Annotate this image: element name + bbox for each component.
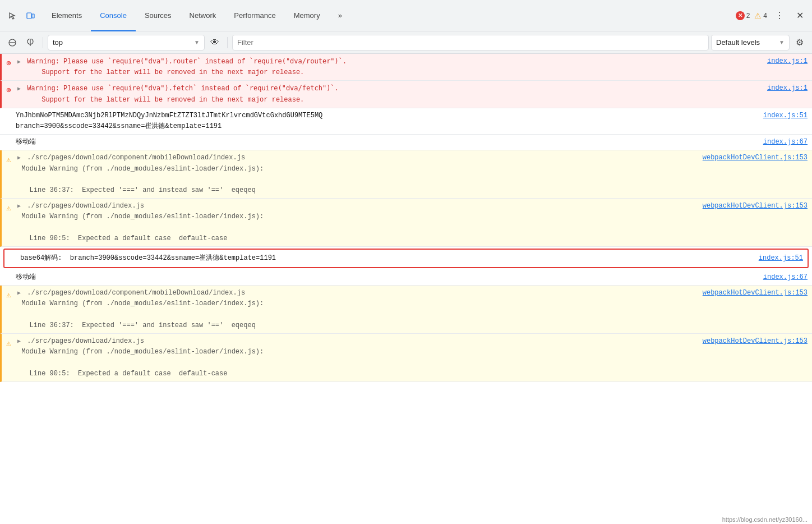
clear-console-icon[interactable]: [4, 35, 20, 50]
filter-icon[interactable]: [22, 35, 38, 50]
tab-performance[interactable]: Performance: [225, 0, 284, 31]
row-source-1[interactable]: index.js:1: [767, 56, 808, 67]
row-content-3: YnJhbmNoPTM5MDAmc3Njb2RlPTMzNDQyJnNzbmFt…: [16, 111, 759, 132]
svg-rect-1: [32, 14, 34, 18]
console-row-info-1: YnJhbmNoPTM5MDAmc3Njb2RlPTMzNDQyJnNzbmFt…: [0, 108, 812, 135]
nav-right: ✕ 2 ⚠ 4 ⋮ ✕: [736, 8, 808, 24]
expand-arrow-1[interactable]: ▶: [17, 59, 21, 65]
expand-arrow-2[interactable]: ▶: [17, 86, 21, 92]
console-row-warning-4: ⚠ ▶ ./src/pages/download/index.js Module…: [0, 334, 812, 382]
tab-network[interactable]: Network: [181, 0, 225, 31]
highlighted-icon: [9, 253, 20, 254]
warning-icon-3: ⚠: [6, 288, 17, 301]
status-bar: https://blog.csdn.net/yz30160...: [718, 515, 812, 524]
close-devtools-icon[interactable]: ✕: [792, 8, 808, 24]
row-content-4: 移动端: [16, 137, 759, 148]
warning-icon-4: ⚠: [6, 336, 17, 350]
row-source-7[interactable]: index.js:51: [759, 253, 803, 264]
row-source-5[interactable]: webpackHotDevClient.js:153: [703, 153, 808, 163]
console-row-error-1: ⊗ ▶ Warning: Please use `require("dva").…: [0, 54, 812, 81]
context-dropdown-icon: ▼: [194, 39, 200, 45]
svg-rect-0: [27, 13, 31, 19]
toolbar-divider-2: [227, 37, 228, 48]
row-content-6: ▶ ./src/pages/download/index.js Module W…: [17, 201, 698, 244]
error-badge: ✕ 2: [736, 11, 750, 20]
expand-arrow-6[interactable]: ▶: [17, 203, 21, 209]
filter-input[interactable]: [232, 35, 709, 50]
select-element-icon[interactable]: [4, 8, 20, 24]
row-source-8[interactable]: index.js:67: [763, 272, 808, 283]
tab-elements[interactable]: Elements: [43, 0, 91, 31]
row-source-4[interactable]: index.js:67: [763, 137, 808, 148]
error-icon-1: ⊗: [6, 56, 17, 70]
info-icon-2: [4, 137, 16, 138]
tab-more[interactable]: »: [329, 0, 351, 31]
row-content-5: ▶ ./src/pages/download/component/mobileD…: [17, 153, 698, 196]
row-source-3[interactable]: index.js:51: [763, 111, 808, 121]
levels-dropdown-icon: ▼: [779, 39, 785, 45]
expand-arrow-9[interactable]: ▶: [17, 290, 21, 296]
console-row-info-2: 移动端 index.js:67: [0, 135, 812, 150]
warning-badge: ⚠ 4: [754, 11, 767, 20]
console-row-warning-2: ⚠ ▶ ./src/pages/download/index.js Module…: [0, 199, 812, 247]
toolbar-right: ⚙: [792, 35, 808, 50]
row-content-8: 移动端: [16, 272, 759, 283]
top-nav: Elements Console Sources Network Perform…: [0, 0, 812, 31]
device-toolbar-icon[interactable]: [22, 8, 38, 24]
row-content-7: base64解码: branch=3900&sscode=33442&ssnam…: [20, 253, 754, 264]
tab-memory[interactable]: Memory: [285, 0, 329, 31]
console-output: ⊗ ▶ Warning: Please use `require("dva").…: [0, 54, 812, 382]
error-icon-2: ⊗: [6, 83, 17, 96]
error-circle-icon: ✕: [736, 11, 745, 20]
row-source-2[interactable]: index.js:1: [767, 83, 808, 94]
row-content-1: ▶ Warning: Please use `require("dva").ro…: [17, 56, 763, 78]
warning-icon-1: ⚠: [6, 153, 17, 166]
tab-console[interactable]: Console: [91, 0, 136, 31]
info-icon-1: [4, 111, 16, 112]
warning-icon-2: ⚠: [6, 201, 17, 214]
more-options-icon[interactable]: ⋮: [772, 8, 787, 24]
console-row-error-2: ⊗ ▶ Warning: Please use `require("dva").…: [0, 81, 812, 108]
eye-icon[interactable]: 👁: [207, 35, 223, 50]
tab-sources[interactable]: Sources: [136, 0, 181, 31]
nav-icons-left: [4, 8, 38, 24]
row-content-10: ▶ ./src/pages/download/index.js Module W…: [17, 336, 698, 379]
console-row-info-3: 移动端 index.js:67: [0, 270, 812, 286]
console-row-warning-3: ⚠ ▶ ./src/pages/download/component/mobil…: [0, 286, 812, 334]
expand-arrow-10[interactable]: ▶: [17, 338, 21, 344]
levels-selector[interactable]: Default levels ▼: [711, 35, 790, 50]
row-content-9: ▶ ./src/pages/download/component/mobileD…: [17, 288, 698, 331]
row-content-2: ▶ Warning: Please use `require("dva").fe…: [17, 83, 763, 105]
expand-arrow-5[interactable]: ▶: [17, 155, 21, 161]
console-toolbar: top ▼ 👁 Default levels ▼ ⚙: [0, 31, 812, 54]
console-row-highlighted: base64解码: branch=3900&sscode=33442&ssnam…: [3, 249, 809, 268]
warning-triangle-icon: ⚠: [754, 11, 762, 20]
row-source-9[interactable]: webpackHotDevClient.js:153: [703, 288, 808, 298]
toolbar-divider: [43, 37, 43, 48]
settings-icon[interactable]: ⚙: [792, 35, 808, 50]
row-source-10[interactable]: webpackHotDevClient.js:153: [703, 336, 808, 347]
console-row-warning-1: ⚠ ▶ ./src/pages/download/component/mobil…: [0, 150, 812, 199]
context-selector[interactable]: top ▼: [48, 35, 205, 50]
info-icon-3: [4, 272, 16, 273]
row-source-6[interactable]: webpackHotDevClient.js:153: [703, 201, 808, 212]
